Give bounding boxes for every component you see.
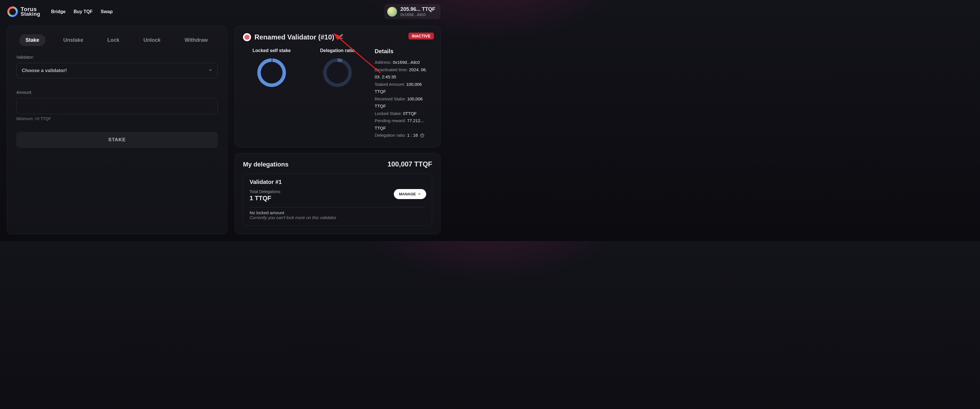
- tab-unstake[interactable]: Unstake: [57, 34, 89, 46]
- detail-received-label: Received Stake:: [375, 97, 406, 101]
- manage-button-label: MANAGE: [399, 192, 416, 196]
- nav-bridge[interactable]: Bridge: [51, 9, 66, 14]
- divider: [250, 207, 426, 208]
- details-heading: Details: [375, 48, 432, 55]
- brand-text: Torus Staking: [21, 6, 40, 16]
- delegation-card: Validator #1 Total Delegations 1 TTQF MA…: [243, 173, 432, 226]
- amount-label: Amount:: [16, 90, 218, 95]
- tab-withdraw[interactable]: Withdraw: [178, 34, 214, 46]
- delegations-total: 100,007 TTQF: [388, 160, 432, 168]
- amount-input[interactable]: [16, 98, 218, 114]
- detail-staked-label: Staked Amount:: [375, 82, 405, 87]
- edit-icon[interactable]: [338, 34, 344, 41]
- cant-lock-text: Currently you can't lock more on this va…: [250, 215, 426, 220]
- account-address: 0x169d...4dc0: [401, 12, 426, 17]
- donut-delegation-ratio: 6%: [323, 58, 352, 87]
- chevron-down-icon: [418, 192, 421, 196]
- locked-self-stake-chart: Locked self stake 99%: [243, 48, 300, 139]
- detail-locked-value: 0TTQF: [403, 111, 417, 116]
- brand: Torus Staking: [7, 6, 40, 17]
- validator-avatar-icon: [243, 33, 251, 41]
- detail-locked-label: Locked Stake:: [375, 111, 402, 116]
- detail-pending-label: Pending reward:: [375, 118, 406, 123]
- manage-button[interactable]: MANAGE: [394, 189, 426, 199]
- topbar: Torus Staking Bridge Buy TQF Swap 205.96…: [0, 0, 447, 22]
- chevron-down-icon: [208, 68, 212, 73]
- account-chip[interactable]: 205.96... TTQF 0x169d...4dc0: [384, 4, 441, 19]
- brand-logo-icon: [7, 6, 18, 17]
- delegation-ratio-label: Delegation ratio: [320, 48, 355, 53]
- detail-ratio-value: 1 : 16: [407, 133, 418, 138]
- delegation-ratio-chart: Delegation ratio 6%: [309, 48, 366, 139]
- svg-point-0: [8, 8, 17, 16]
- minimum-hint: Minimum: >0 TTQF: [16, 116, 218, 121]
- nav-buy-tqf[interactable]: Buy TQF: [73, 9, 93, 14]
- validator-label: Validator:: [16, 55, 218, 60]
- avatar-icon: [387, 7, 397, 17]
- validator-select-placeholder: Choose a validator!: [22, 68, 67, 73]
- tab-lock[interactable]: Lock: [101, 34, 126, 46]
- delegations-panel: My delegations 100,007 TTQF Validator #1…: [235, 153, 441, 234]
- tab-stake[interactable]: Stake: [19, 34, 46, 46]
- stake-tabs: Stake Unstake Lock Unlock Withdraw: [16, 34, 218, 46]
- stake-panel: Stake Unstake Lock Unlock Withdraw Valid…: [7, 26, 227, 234]
- no-locked-text: No locked amount: [250, 210, 426, 215]
- validator-status-badge: INACTIVE: [409, 33, 434, 40]
- donut-locked-self-stake: 99%: [257, 58, 286, 87]
- validator-title: Renamed Validator (#10): [255, 33, 334, 41]
- brand-line2: Staking: [21, 12, 40, 16]
- detail-ratio-label: Delegation ratio:: [375, 133, 406, 138]
- tab-unlock[interactable]: Unlock: [137, 34, 167, 46]
- account-balance: 205.96... TTQF: [401, 6, 435, 12]
- validator-panel: Renamed Validator (#10) INACTIVE Locked …: [235, 26, 441, 147]
- delegations-heading: My delegations: [243, 161, 288, 168]
- detail-address-value: 0x169d...4dc0: [393, 60, 420, 65]
- detail-address-label: Address:: [375, 60, 391, 65]
- nav-swap[interactable]: Swap: [101, 9, 113, 14]
- delegation-card-name: Validator #1: [250, 179, 426, 185]
- validator-select[interactable]: Choose a validator!: [16, 63, 218, 78]
- top-nav: Bridge Buy TQF Swap: [51, 9, 113, 14]
- locked-self-stake-pct: 99%: [257, 58, 286, 87]
- detail-deactivated-label: Deactivated time:: [375, 67, 408, 72]
- stake-button[interactable]: STAKE: [16, 132, 218, 148]
- info-icon[interactable]: [420, 133, 424, 138]
- validator-details: Details Address: 0x169d...4dc0 Deactivat…: [375, 48, 432, 139]
- account-lines: 205.96... TTQF 0x169d...4dc0: [401, 6, 435, 17]
- locked-self-stake-label: Locked self stake: [253, 48, 291, 53]
- delegation-ratio-pct: 6%: [323, 58, 352, 87]
